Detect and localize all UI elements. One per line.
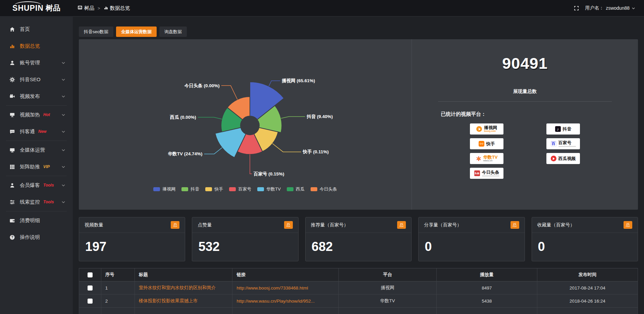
row-platform: 播视网 [339, 281, 437, 295]
legend-item-0[interactable]: 播视网 [153, 186, 175, 192]
video-icon [9, 94, 15, 99]
image-icon [77, 5, 83, 11]
sidebar-item-9[interactable]: 会员爆客Tools [0, 177, 73, 194]
stat-card-header: 分享量（百家号）总 [419, 217, 524, 233]
legend-item-4[interactable]: 华数TV [257, 186, 281, 192]
platform-badges: 播视网boosj.com快手华数TVwasu.cn头条今日头条♪抖音百百家号西瓜… [412, 123, 638, 179]
sidebar-item-label: 操作说明 [20, 234, 40, 241]
sidebar-item-label: 账号管理 [20, 60, 40, 66]
sidebar-item-1[interactable]: 数据总览 [0, 38, 73, 54]
sidebar-item-5[interactable]: 视频加热Hot [0, 106, 73, 123]
chevron-down-icon [61, 130, 65, 133]
row-checkbox-cell [79, 281, 101, 295]
chevron-down-icon [61, 95, 65, 98]
platform-badge-抖音: ♪抖音 [546, 123, 580, 135]
sidebar-item-7[interactable]: 全媒体运营 [0, 142, 73, 158]
user-menu[interactable]: 用户名： zswodun88 [585, 5, 635, 11]
sidebar-item-11[interactable]: 消费明细 [0, 212, 73, 229]
chevron-down-icon [61, 149, 65, 152]
platform-badge-西瓜视频: 西瓜视频 [546, 153, 580, 164]
chart-legend: 播视网抖音快手百家号华数TV西瓜今日头条 [79, 186, 412, 192]
sidebar-item-label: 数据总览 [20, 43, 40, 49]
pie-label-line [281, 117, 305, 118]
sidebar-item-0[interactable]: 首页 [0, 21, 73, 38]
sidebar-item-badge: Tools [43, 200, 54, 204]
video-title-link[interactable]: 室外水纹灯和室内水纹灯的区别和简介 [139, 285, 216, 291]
breadcrumb-current[interactable]: 数据总览 [104, 5, 130, 11]
video-title-link[interactable]: 楼体投影灯投影效果震撼上市 [139, 298, 198, 304]
stat-card-header: 收藏量（百家号）总 [532, 217, 638, 233]
total-impressions-value: 90491 [412, 54, 638, 72]
sidebar-item-label: 视频加热 [20, 112, 40, 118]
tab-1[interactable]: 全媒体运营数据 [116, 27, 157, 37]
sidebar-item-8[interactable]: 矩阵助推VIP [0, 158, 73, 175]
sidebar-item-4[interactable]: 视频发布 [0, 88, 73, 105]
sidebar-item-6[interactable]: 抖客通New [0, 123, 73, 140]
legend-item-5[interactable]: 西瓜 [287, 186, 305, 192]
stat-card-label: 收藏量（百家号） [537, 222, 575, 228]
row-checkbox[interactable] [88, 299, 93, 304]
tab-0[interactable]: 抖音seo数据 [79, 27, 113, 37]
pie-label-line [272, 144, 301, 152]
bar-chart-icon [9, 43, 15, 49]
platform-sub: boosj.com [484, 130, 496, 133]
main-content: 抖音seo数据全媒体运营数据询盘数据 播视网 (65.61%)抖音 (9.40%… [73, 16, 644, 314]
sidebar-divider [6, 176, 67, 176]
row-plays: 8497 [437, 281, 537, 295]
stat-card-header: 推荐量（百家号）总 [306, 217, 411, 233]
row-plays: 5438 [437, 295, 537, 308]
legend-item-2[interactable]: 快手 [205, 186, 223, 192]
platform-column-1: ♪抖音百百家号西瓜视频 [546, 123, 580, 179]
legend-item-6[interactable]: 今日头条 [311, 186, 337, 192]
legend-swatch [181, 187, 188, 191]
sidebar-item-10[interactable]: 线索监控Tools [0, 194, 73, 210]
video-url-link[interactable]: http://www.wasu.cn/Play/show/id/952... [236, 299, 315, 304]
sidebar-item-badge: VIP [43, 164, 50, 169]
legend-label: 抖音 [191, 186, 199, 192]
legend-label: 快手 [214, 186, 223, 192]
user-icon [9, 60, 15, 66]
total-badge: 总 [171, 221, 179, 229]
breadcrumb: 树品 > 数据总览 [77, 5, 130, 11]
stat-card-value: 0 [532, 233, 638, 254]
pie-label-line [250, 154, 252, 174]
xigua-logo [551, 156, 556, 161]
stat-card-value: 197 [79, 233, 185, 254]
sidebar-item-12[interactable]: ?操作说明 [0, 229, 73, 246]
stat-cards: 视频数量总197点赞量总532推荐量（百家号）总682分享量（百家号）总0收藏量… [79, 217, 638, 261]
row-checkbox[interactable] [88, 285, 93, 291]
row-published: 2018-04-26 16:24 [537, 295, 638, 308]
table-header-4: 播放量 [437, 268, 537, 281]
legend-item-1[interactable]: 抖音 [181, 186, 199, 192]
table-header-0: 序号 [101, 268, 135, 281]
wallet-icon [9, 218, 15, 223]
row-checkbox-cell [79, 295, 101, 308]
total-badge: 总 [624, 221, 632, 229]
stat-card-label: 推荐量（百家号） [311, 222, 348, 228]
legend-swatch [205, 187, 212, 191]
stat-card-value: 532 [192, 233, 298, 254]
platform-badge-今日头条: 头条今日头条 [470, 168, 503, 179]
screen-icon [9, 112, 15, 118]
platform-badge-播视网: 播视网boosj.com [470, 123, 503, 135]
sidebar-item-3[interactable]: 抖音SEO [0, 71, 73, 88]
table-header-3: 平台 [339, 268, 437, 281]
fullscreen-icon[interactable] [574, 6, 579, 11]
video-url-link[interactable]: http://www.boosj.com/7338468.html [236, 285, 308, 291]
logo-tagline [482, 175, 499, 176]
sidebar-item-label: 首页 [20, 26, 30, 33]
baijiahao-logo: 百 [551, 141, 556, 147]
sidebar-divider [6, 105, 67, 106]
sidebar-item-2[interactable]: 账号管理 [0, 54, 73, 71]
douyin-logo: ♪ [555, 126, 561, 132]
breadcrumb-root[interactable]: 树品 [77, 5, 94, 11]
app-logo[interactable]: SHUPIN 树品 [0, 0, 73, 16]
platform-badge-华数TV: 华数TVwasu.cn [470, 153, 503, 164]
sidebar-item-badge: Hot [43, 112, 50, 117]
legend-label: 播视网 [162, 186, 175, 192]
select-all-checkbox[interactable] [88, 272, 93, 277]
legend-item-3[interactable]: 百家号 [229, 186, 251, 192]
tab-2[interactable]: 询盘数据 [159, 27, 187, 37]
legend-label: 华数TV [266, 186, 281, 192]
table-row-partial [79, 308, 638, 314]
